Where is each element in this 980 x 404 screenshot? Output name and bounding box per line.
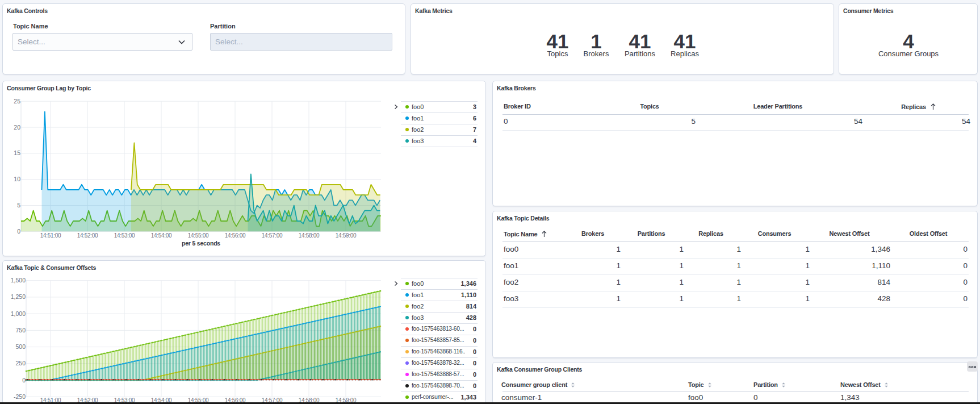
svg-text:14:51:00: 14:51:00 [40, 232, 61, 239]
svg-text:14:56:00: 14:56:00 [225, 232, 246, 239]
svg-text:14:53:00: 14:53:00 [114, 232, 135, 239]
svg-text:14:58:00: 14:58:00 [299, 232, 320, 239]
svg-text:500: 500 [15, 343, 26, 350]
svg-text:14:52:00: 14:52:00 [77, 232, 98, 239]
svg-text:14:57:00: 14:57:00 [262, 232, 283, 239]
svg-text:15: 15 [14, 149, 20, 156]
svg-text:14:54:00: 14:54:00 [151, 232, 172, 239]
svg-text:750: 750 [15, 327, 26, 334]
svg-text:10: 10 [14, 176, 20, 182]
svg-text:14:59:00: 14:59:00 [336, 232, 357, 239]
svg-text:1,250: 1,250 [11, 293, 26, 300]
svg-text:20: 20 [14, 124, 20, 131]
svg-text:per 5 seconds: per 5 seconds [182, 240, 220, 247]
svg-text:1,500: 1,500 [11, 277, 26, 284]
svg-text:-250: -250 [14, 393, 26, 400]
svg-text:14:55:00: 14:55:00 [188, 232, 209, 239]
svg-text:0: 0 [17, 228, 20, 235]
svg-text:0: 0 [22, 377, 26, 384]
svg-text:1,000: 1,000 [11, 310, 26, 317]
svg-text:25: 25 [14, 98, 20, 105]
svg-text:5: 5 [17, 202, 20, 209]
svg-text:250: 250 [15, 360, 26, 366]
